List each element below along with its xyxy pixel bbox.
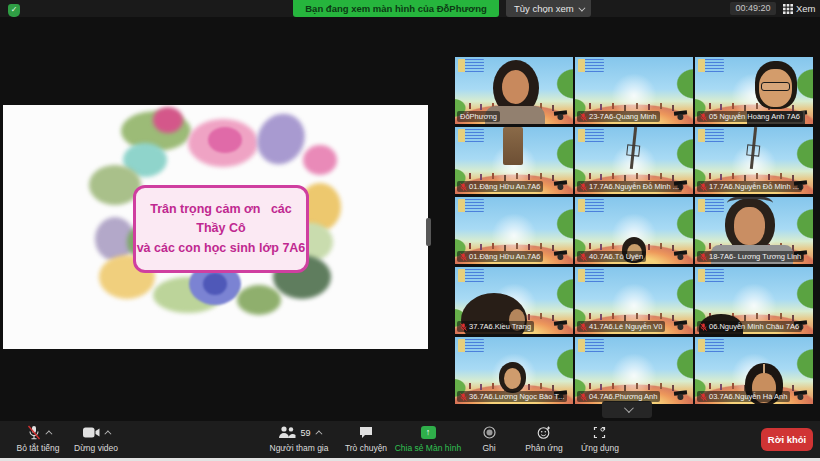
participant-name-bar: 36.7A6.Lương Ngọc Bảo T...: [457, 391, 567, 402]
participant-tile[interactable]: 04.7A6.Phương Anh: [575, 337, 693, 404]
graduation-cap-character: [674, 320, 687, 325]
participant-name: ĐỗPhương: [460, 112, 497, 121]
cartoon-figures: [589, 173, 591, 179]
participants-button[interactable]: 59 Người tham gia: [264, 424, 334, 453]
participants-options-caret[interactable]: [315, 430, 322, 437]
reactions-button[interactable]: Phản ứng: [516, 424, 572, 453]
muted-mic-icon: [700, 393, 707, 401]
participant-tile[interactable]: 01.Đặng Hữu An.7A6: [455, 127, 573, 194]
muted-mic-icon: [460, 393, 467, 401]
participant-name-bar: 01.Đặng Hữu An.7A6: [457, 181, 543, 192]
record-icon: [483, 426, 496, 439]
participant-name: 01.Đặng Hữu An.7A6: [469, 252, 540, 261]
muted-mic-icon: [460, 183, 467, 191]
share-screen-icon: ↑: [421, 426, 436, 439]
participant-name-bar: 03.7A6.Nguyễn Hà Anh: [697, 391, 790, 402]
cartoon-figures: [589, 383, 591, 389]
view-label: Xem: [796, 2, 816, 15]
view-options-label: Tùy chọn xem: [514, 3, 574, 14]
classroom-banner-graphic: [578, 59, 604, 72]
camera-icon: [83, 427, 100, 438]
participant-name-bar: 17.7A6.Nguyễn Đỗ Minh ...: [577, 181, 682, 192]
video-options-caret[interactable]: [104, 430, 111, 437]
cartoon-figures: [709, 103, 711, 109]
classroom-banner-graphic: [578, 129, 604, 142]
reactions-label: Phản ứng: [525, 443, 562, 453]
participant-name-bar: 06.Nguyễn Minh Châu 7A6: [697, 321, 802, 332]
participant-tile[interactable]: 36.7A6.Lương Ngọc Bảo T...: [455, 337, 573, 404]
participant-name: 17.7A6.Nguyễn Đỗ Minh ...: [709, 182, 799, 191]
screen-share-banner: Bạn đang xem màn hình của ĐỗPhương: [293, 0, 499, 17]
participant-name-bar: 37.7A6.Kiều Trang: [457, 321, 534, 332]
participant-tile[interactable]: ĐỗPhương: [455, 57, 573, 124]
record-button[interactable]: Ghi: [472, 424, 506, 453]
chat-button[interactable]: Trò chuyện: [340, 424, 392, 453]
cartoon-figures: [709, 383, 711, 389]
cartoon-figures: [709, 173, 711, 179]
classroom-banner-graphic: [578, 339, 604, 352]
leave-meeting-button[interactable]: Rời khỏi: [761, 428, 813, 451]
participant-video-grid: ĐỗPhương 23-7A6-Quang Minh: [455, 57, 813, 404]
cartoon-figures: [469, 173, 471, 179]
mute-options-caret[interactable]: [45, 430, 52, 437]
stop-video-button[interactable]: Dừng video: [64, 424, 128, 453]
participant-name: 03.7A6.Nguyễn Hà Anh: [709, 392, 787, 401]
share-screen-label: Chia sẻ Màn hình: [395, 443, 462, 453]
muted-mic-icon: [700, 253, 707, 261]
participant-name: 23-7A6-Quang Minh: [589, 112, 657, 121]
classroom-banner-graphic: [698, 339, 724, 352]
slide-text-line2: Thầy Cô: [136, 219, 306, 238]
shared-screen-slide: Trân trọng cảm ơn các Thầy Cô và các con…: [3, 105, 428, 349]
share-screen-button[interactable]: ↑ Chia sẻ Màn hình: [390, 424, 466, 453]
participant-name: 36.7A6.Lương Ngọc Bảo T...: [469, 392, 564, 401]
view-layout-button[interactable]: Xem: [783, 2, 816, 15]
participant-name-bar: 41.7A6.Lê Nguyễn Vũ: [577, 321, 665, 332]
smiley-plus-icon: [537, 426, 551, 440]
graduation-cap-character: [554, 110, 567, 115]
participant-tile[interactable]: 17.7A6.Nguyễn Đỗ Minh ...: [575, 127, 693, 194]
muted-mic-icon: [580, 323, 587, 331]
classroom-banner-graphic: [458, 199, 484, 212]
participant-tile[interactable]: 23-7A6-Quang Minh: [575, 57, 693, 124]
grid-view-icon: [783, 4, 793, 14]
scrollbar-handle[interactable]: [426, 218, 431, 246]
classroom-banner-graphic: [698, 269, 724, 282]
bottom-toolbar: Bỏ tắt tiếng Dừng video 59 Người tham gi…: [0, 421, 820, 458]
apps-icon: [593, 426, 607, 439]
cartoon-figures: [469, 103, 471, 109]
muted-mic-icon: [580, 253, 587, 261]
mute-button[interactable]: Bỏ tắt tiếng: [8, 424, 68, 453]
participant-name: 06.Nguyễn Minh Châu 7A6: [709, 322, 799, 331]
video-label: Dừng video: [74, 443, 118, 453]
participant-tile[interactable]: 06.Nguyễn Minh Châu 7A6: [695, 267, 813, 334]
participant-tile[interactable]: 18-7A6- Lương Tương Linh: [695, 197, 813, 264]
apps-button[interactable]: Ứng dụng: [574, 424, 626, 453]
participant-tile[interactable]: 41.7A6.Lê Nguyễn Vũ: [575, 267, 693, 334]
participant-name-bar: 17.7A6.Nguyễn Đỗ Minh ...: [697, 181, 802, 192]
participant-tile[interactable]: 37.7A6.Kiều Trang: [455, 267, 573, 334]
classroom-banner-graphic: [578, 269, 604, 282]
participant-name: 37.7A6.Kiều Trang: [469, 322, 531, 331]
participant-name: 17.7A6.Nguyễn Đỗ Minh ...: [589, 182, 679, 191]
graduation-cap-character: [674, 250, 687, 255]
graduation-cap-character: [554, 250, 567, 255]
graduation-cap-character: [674, 110, 687, 115]
chat-bubble-icon: [359, 426, 373, 439]
participant-tile[interactable]: 03.7A6.Nguyễn Hà Anh: [695, 337, 813, 404]
participant-name: 05 Nguyễn Hoàng Anh 7A6: [709, 112, 800, 121]
participant-tile[interactable]: 17.7A6.Nguyễn Đỗ Minh ...: [695, 127, 813, 194]
participant-name: 18-7A6- Lương Tương Linh: [709, 252, 801, 261]
grid-collapse-button[interactable]: [602, 401, 652, 418]
security-shield-icon[interactable]: ✓: [8, 4, 20, 17]
view-options-button[interactable]: Tùy chọn xem: [506, 0, 591, 17]
participant-name: 40.7A6.Tô Uyên: [589, 252, 643, 261]
cartoon-figures: [469, 383, 471, 389]
slide-text-line1: Trân trọng cảm ơn các: [136, 200, 306, 219]
participant-name-bar: 01.Đặng Hữu An.7A6: [457, 251, 543, 262]
participant-tile[interactable]: 01.Đặng Hữu An.7A6: [455, 197, 573, 264]
graduation-cap-character: [554, 180, 567, 185]
participant-tile[interactable]: 05 Nguyễn Hoàng Anh 7A6: [695, 57, 813, 124]
participant-tile[interactable]: 40.7A6.Tô Uyên: [575, 197, 693, 264]
participants-icon: [278, 426, 296, 439]
apps-label: Ứng dụng: [581, 443, 619, 453]
